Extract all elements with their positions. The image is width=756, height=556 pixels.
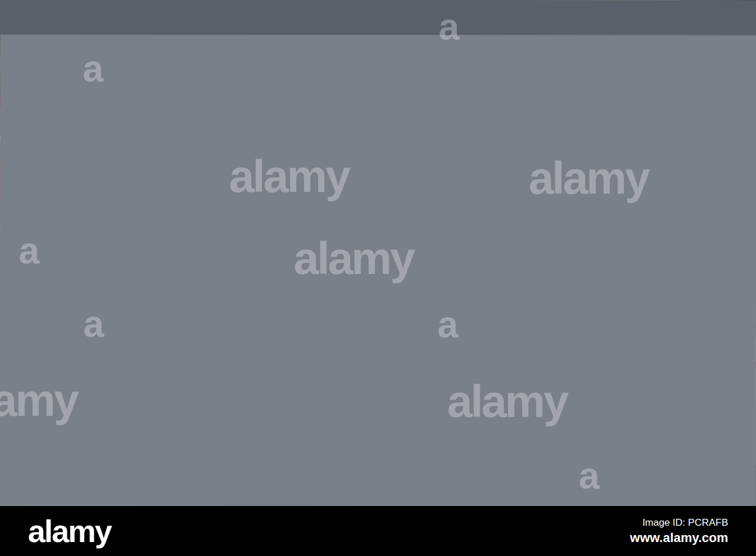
aerial-photo: alamy alamy alamy alamy alamy a a a a a …: [0, 0, 756, 506]
alamy-footer-bar: alamy Image ID: PCRAFB www.alamy.com: [0, 506, 756, 556]
alamy-watermark-letter: a: [83, 303, 104, 345]
image-id-text: Image ID: PCRAFB: [630, 517, 728, 529]
alamy-watermark: alamy: [229, 151, 351, 202]
stock-photo-page: alamy alamy alamy alamy alamy a a a a a …: [0, 0, 756, 556]
alamy-watermark: alamy: [0, 375, 79, 426]
alamy-watermark: alamy: [529, 152, 650, 204]
alamy-watermark-letter: a: [579, 455, 600, 497]
alamy-watermark-letter: a: [19, 230, 40, 272]
alamy-watermark: alamy: [294, 233, 415, 284]
alamy-watermark: alamy: [447, 376, 569, 427]
alamy-logo: alamy: [28, 515, 111, 547]
alamy-url-text: www.alamy.com: [630, 530, 728, 546]
alamy-watermark-letter: a: [437, 304, 458, 345]
alamy-watermark-letter: a: [83, 48, 104, 90]
alamy-watermark-letter: a: [438, 6, 459, 48]
